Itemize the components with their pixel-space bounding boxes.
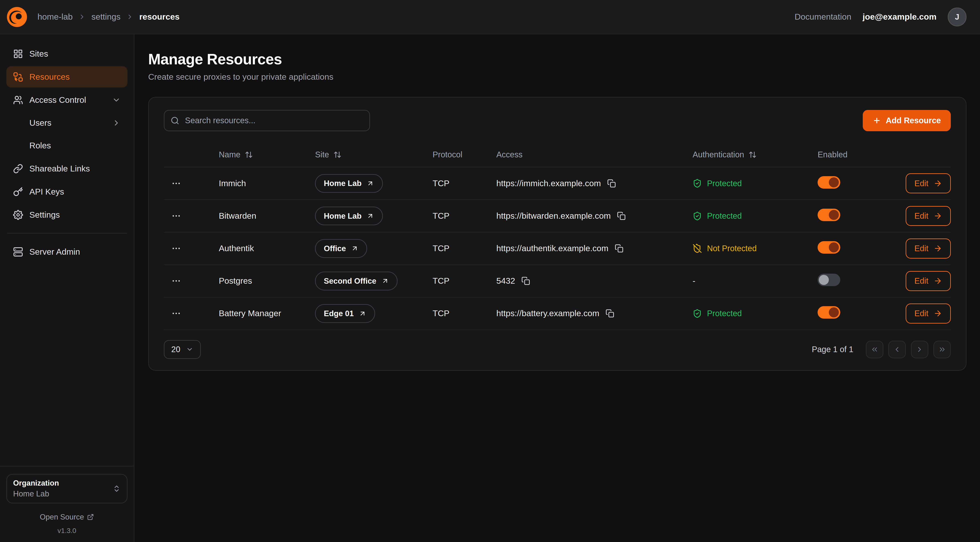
auth-label: Protected <box>707 179 742 188</box>
add-resource-label: Add Resource <box>886 116 941 125</box>
chevrons-left-icon <box>870 345 879 354</box>
site-pill-label: Home Lab <box>324 179 361 188</box>
documentation-link[interactable]: Documentation <box>794 12 851 22</box>
edit-button[interactable]: Edit <box>906 271 951 291</box>
column-header-enabled: Enabled <box>818 150 904 159</box>
site-link[interactable]: Home Lab <box>315 207 383 225</box>
sidebar-item-label: Resources <box>29 72 70 82</box>
ellipsis-icon <box>171 211 181 221</box>
copy-button[interactable] <box>521 276 530 285</box>
main-content: Manage Resources Create secure proxies t… <box>134 34 980 542</box>
sidebar-divider <box>7 233 127 234</box>
sidebar-item-api-keys[interactable]: API Keys <box>6 181 128 202</box>
table-row: Battery Manager Edge 01 TCP https://batt… <box>164 298 951 330</box>
edit-button[interactable]: Edit <box>906 303 951 324</box>
enabled-toggle[interactable] <box>818 306 840 319</box>
shield-off-icon <box>692 244 702 253</box>
sidebar-item-roles[interactable]: Roles <box>6 135 128 156</box>
page-size-select[interactable]: 20 <box>164 340 201 359</box>
enabled-toggle[interactable] <box>818 176 840 189</box>
sidebar-item-label: API Keys <box>29 187 64 197</box>
arrow-right-icon <box>934 179 942 188</box>
site-link[interactable]: Edge 01 <box>315 304 375 323</box>
table-row: Bitwarden Home Lab TCP https://bitwarden… <box>164 200 951 233</box>
edit-button[interactable]: Edit <box>906 173 951 193</box>
sidebar-item-settings[interactable]: Settings <box>6 204 128 226</box>
row-protocol: TCP <box>433 309 496 318</box>
sidebar-item-label: Roles <box>29 141 51 150</box>
toggle-knob <box>819 275 829 285</box>
sidebar-item-users[interactable]: Users <box>6 113 128 134</box>
enabled-toggle[interactable] <box>818 209 840 221</box>
sidebar: Sites Resources Access Control Users <box>0 34 134 542</box>
row-menu-button[interactable] <box>167 305 185 322</box>
last-page-button[interactable] <box>934 341 951 358</box>
column-header-authentication[interactable]: Authentication <box>692 150 818 159</box>
auth-status: Protected <box>692 309 818 318</box>
breadcrumb-settings[interactable]: settings <box>92 12 121 22</box>
sidebar-item-shareable-links[interactable]: Shareable Links <box>6 158 128 179</box>
site-link[interactable]: Office <box>315 239 367 258</box>
copy-icon <box>617 212 626 220</box>
sort-icon[interactable] <box>245 151 253 159</box>
site-pill-label: Edge 01 <box>324 309 354 318</box>
next-page-button[interactable] <box>911 341 929 358</box>
chevron-right-icon <box>915 345 924 354</box>
breadcrumb-home-lab[interactable]: home-lab <box>38 12 73 22</box>
site-pill-label: Second Office <box>324 276 376 285</box>
sort-icon[interactable] <box>333 151 342 159</box>
sidebar-item-resources[interactable]: Resources <box>6 66 128 88</box>
copy-button[interactable] <box>607 179 616 188</box>
add-resource-button[interactable]: Add Resource <box>863 110 951 131</box>
site-link[interactable]: Home Lab <box>315 174 383 193</box>
sort-icon[interactable] <box>749 151 757 159</box>
avatar[interactable]: J <box>948 8 967 26</box>
arrow-right-icon <box>934 276 942 285</box>
edit-button[interactable]: Edit <box>906 206 951 226</box>
table-row: Authentik Office TCP https://authentik.e… <box>164 233 951 265</box>
edit-button[interactable]: Edit <box>906 239 951 258</box>
copy-button[interactable] <box>615 244 624 253</box>
row-access-value: https://battery.example.com <box>496 309 600 318</box>
copy-button[interactable] <box>606 309 614 318</box>
arrow-up-right-icon <box>366 212 374 220</box>
chevrons-right-icon <box>938 345 946 354</box>
sidebar-item-label: Server Admin <box>29 247 80 257</box>
resources-table: Name Site Protocol Access <box>164 142 951 330</box>
sidebar-item-sites[interactable]: Sites <box>6 43 128 64</box>
previous-page-button[interactable] <box>888 341 906 358</box>
user-email[interactable]: joe@example.com <box>862 12 937 22</box>
first-page-button[interactable] <box>866 341 883 358</box>
copy-button[interactable] <box>617 212 626 220</box>
site-link[interactable]: Second Office <box>315 272 398 290</box>
column-header-site[interactable]: Site <box>315 150 433 159</box>
auth-label: Not Protected <box>707 244 757 253</box>
sidebar-item-label: Settings <box>29 210 60 220</box>
shield-check-icon <box>692 211 702 221</box>
copy-icon <box>615 244 624 253</box>
auth-status: - <box>692 276 818 285</box>
open-source-link[interactable]: Open Source <box>6 513 128 521</box>
org-selector[interactable]: Organization Home Lab <box>6 474 128 504</box>
grid-icon <box>13 49 23 59</box>
row-menu-button[interactable] <box>167 272 185 290</box>
row-menu-button[interactable] <box>167 175 185 192</box>
ellipsis-icon <box>171 276 181 286</box>
enabled-toggle[interactable] <box>818 274 840 286</box>
breadcrumb-resources[interactable]: resources <box>139 12 180 22</box>
row-menu-button[interactable] <box>167 207 185 225</box>
app-logo-icon[interactable] <box>6 6 27 27</box>
search-icon <box>170 116 179 125</box>
sidebar-item-access-control[interactable]: Access Control <box>6 89 128 111</box>
page-title: Manage Resources <box>148 51 967 68</box>
row-protocol: TCP <box>433 179 496 188</box>
breadcrumb-separator-icon <box>126 13 134 21</box>
row-menu-button[interactable] <box>167 240 185 257</box>
row-name: Bitwarden <box>219 211 315 221</box>
chevrons-up-down-icon <box>113 485 121 493</box>
plus-icon <box>873 116 881 125</box>
search-input[interactable] <box>164 110 370 131</box>
enabled-toggle[interactable] <box>818 241 840 253</box>
column-header-name[interactable]: Name <box>219 150 315 159</box>
sidebar-item-server-admin[interactable]: Server Admin <box>6 241 128 262</box>
